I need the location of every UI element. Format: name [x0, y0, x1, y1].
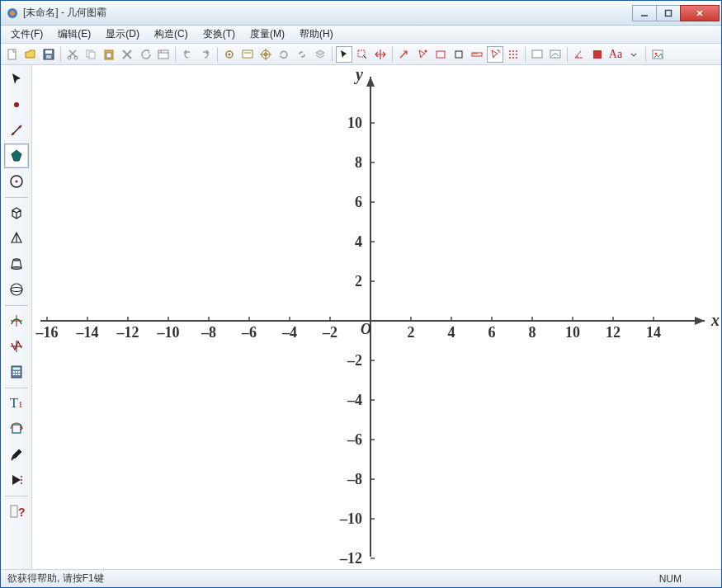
minimize-button[interactable] — [632, 5, 657, 21]
frustum-tool[interactable] — [4, 252, 29, 276]
cut-icon[interactable] — [64, 46, 81, 63]
open-file-icon[interactable] — [22, 46, 39, 63]
line-tool[interactable] — [4, 118, 29, 143]
color-swatch-icon[interactable] — [589, 46, 606, 63]
svg-rect-64 — [15, 371, 17, 373]
copy-icon[interactable] — [83, 46, 99, 63]
svg-text:–16: –16 — [35, 324, 59, 341]
svg-rect-65 — [17, 371, 20, 373]
gear-icon[interactable] — [221, 46, 238, 63]
svg-text:–10: –10 — [339, 510, 362, 527]
svg-text:y: y — [354, 65, 363, 84]
refresh-icon[interactable] — [276, 46, 292, 63]
board-icon[interactable] — [239, 46, 256, 63]
title-bar: [未命名] - 几何图霸 — [1, 1, 721, 26]
dropdown-icon[interactable] — [625, 46, 642, 63]
svg-rect-48 — [593, 50, 602, 59]
svg-point-40 — [509, 54, 511, 55]
status-bar: 欲获得帮助, 请按F1键 NUM — [1, 569, 721, 587]
coord-pick-icon[interactable] — [414, 46, 431, 63]
graph-tool[interactable] — [4, 334, 29, 359]
svg-text:T: T — [10, 396, 18, 410]
svg-text:–8: –8 — [347, 471, 362, 487]
square-tool-icon[interactable] — [451, 46, 467, 63]
svg-text:12: 12 — [606, 324, 621, 341]
screen2-icon[interactable] — [547, 46, 564, 63]
point-tool[interactable] — [4, 92, 29, 117]
new-file-icon[interactable] — [4, 46, 21, 63]
pen-tool[interactable] — [4, 442, 29, 467]
rotate-view-tool[interactable] — [4, 416, 29, 441]
cube-tool[interactable] — [4, 200, 29, 225]
grid-dots-icon[interactable] — [505, 46, 521, 63]
snap-icon[interactable] — [487, 46, 503, 63]
menu-construct[interactable]: 构造(C) — [148, 26, 195, 43]
svg-point-1 — [10, 11, 15, 16]
select-rect-icon[interactable] — [354, 46, 370, 63]
screen1-icon[interactable] — [529, 46, 545, 63]
menu-transform[interactable]: 变换(T) — [196, 26, 242, 43]
undo-all-icon[interactable] — [137, 46, 153, 63]
svg-text:1: 1 — [18, 399, 23, 409]
delete-icon[interactable] — [119, 46, 135, 63]
help-tool[interactable]: ? — [4, 499, 29, 524]
menu-edit[interactable]: 编辑(E) — [51, 26, 97, 43]
undo-icon[interactable] — [179, 46, 196, 63]
pan-icon[interactable] — [372, 46, 389, 63]
maximize-button[interactable] — [656, 5, 681, 21]
svg-rect-6 — [8, 49, 16, 59]
redo-icon[interactable] — [197, 46, 214, 63]
svg-rect-63 — [12, 371, 15, 373]
text-style-icon[interactable]: Aa — [607, 46, 624, 63]
svg-point-38 — [512, 50, 514, 52]
angle-tool-icon[interactable] — [571, 46, 588, 63]
svg-point-50 — [655, 52, 658, 54]
circle-tool[interactable] — [4, 169, 29, 194]
text-tool[interactable]: T1 — [4, 391, 29, 416]
svg-rect-32 — [455, 51, 462, 58]
svg-text:O: O — [361, 321, 371, 337]
tetra-tool[interactable] — [4, 226, 29, 251]
status-num: NUM — [659, 573, 682, 585]
svg-text:2: 2 — [408, 324, 415, 341]
polygon-tool[interactable] — [4, 143, 29, 168]
menu-display[interactable]: 显示(D) — [99, 26, 146, 43]
link-icon[interactable] — [294, 46, 310, 63]
function-tool[interactable] — [4, 308, 29, 333]
export-image-icon[interactable] — [649, 46, 666, 63]
paste-icon[interactable] — [101, 46, 117, 63]
target-icon[interactable] — [257, 46, 274, 63]
ruler-icon[interactable] — [469, 46, 485, 63]
svg-text:–4: –4 — [347, 392, 362, 408]
canvas-area[interactable]: –16–14–12–10–8–6–4–22468101214–12–10–8–6… — [32, 65, 721, 569]
svg-text:?: ? — [18, 506, 25, 519]
sphere-tool[interactable] — [4, 277, 29, 302]
select-tool[interactable] — [4, 67, 29, 92]
svg-rect-3 — [666, 10, 672, 16]
svg-text:–6: –6 — [347, 431, 362, 448]
play-tool[interactable] — [4, 468, 29, 492]
window-title: [未命名] - 几何图霸 — [23, 6, 633, 20]
properties-icon[interactable] — [155, 46, 172, 63]
menu-measure[interactable]: 度量(M) — [243, 26, 291, 43]
svg-text:4: 4 — [355, 233, 362, 250]
calc-tool[interactable] — [4, 360, 29, 384]
svg-rect-15 — [106, 53, 111, 58]
layers-icon[interactable] — [312, 46, 328, 63]
svg-point-53 — [12, 133, 14, 135]
svg-rect-62 — [12, 368, 20, 370]
trace-arrow-icon[interactable] — [396, 46, 413, 63]
svg-rect-18 — [158, 50, 168, 59]
close-button[interactable] — [680, 5, 720, 21]
svg-text:–4: –4 — [281, 324, 297, 341]
menu-file[interactable]: 文件(F) — [4, 26, 50, 43]
rect-tool-icon[interactable] — [432, 46, 449, 63]
menu-help[interactable]: 帮助(H) — [293, 26, 340, 43]
svg-text:–10: –10 — [157, 324, 180, 341]
svg-point-72 — [21, 476, 22, 477]
svg-rect-8 — [45, 50, 52, 54]
svg-text:6: 6 — [355, 194, 362, 210]
svg-rect-9 — [46, 55, 51, 59]
save-file-icon[interactable] — [40, 46, 57, 63]
pointer-mode-icon[interactable] — [336, 46, 352, 63]
